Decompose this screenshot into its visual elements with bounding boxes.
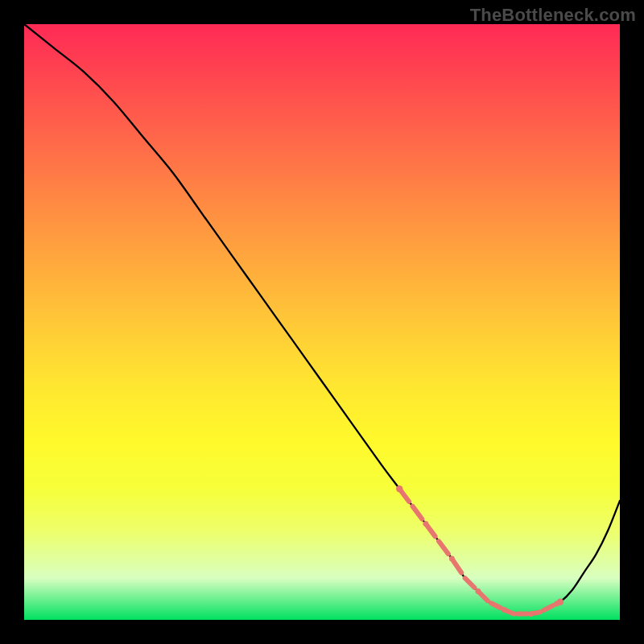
bottleneck-curve <box>24 24 620 614</box>
highlight-dot <box>449 556 455 562</box>
highlight-seg <box>413 506 423 519</box>
bottleneck-curve-svg <box>24 24 620 620</box>
watermark-text: TheBottleneck.com <box>470 5 636 26</box>
highlight-seg <box>491 603 501 608</box>
chart-frame: TheBottleneck.com <box>0 0 644 644</box>
highlight-seg <box>465 578 475 588</box>
highlight-seg <box>439 541 448 554</box>
highlight-dot-end <box>396 485 402 492</box>
highlight-seg <box>543 605 553 610</box>
plot-area <box>24 24 620 620</box>
highlight-dot <box>423 521 428 526</box>
highlight-dot <box>502 607 507 613</box>
highlight-dot <box>476 588 481 594</box>
highlight-dot <box>528 611 534 617</box>
highlight-dot-end <box>557 599 564 605</box>
highlight-band <box>396 485 564 617</box>
